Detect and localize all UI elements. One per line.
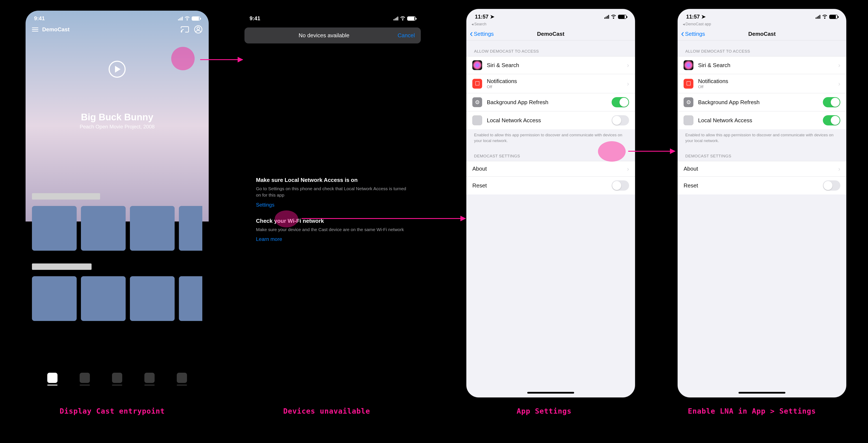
breadcrumb-back[interactable]: Search — [466, 22, 635, 28]
row-about[interactable]: About › — [466, 161, 635, 176]
background-refresh-toggle[interactable] — [823, 97, 840, 107]
profile-button[interactable] — [194, 25, 202, 33]
screen-app-settings-before: 11:57 ➤ Search Settings DemoCast ALLOW D… — [466, 8, 636, 398]
lna-footnote: Enabled to allow this app permission to … — [466, 129, 635, 145]
app-title: DemoCast — [42, 26, 70, 33]
row-siri-search[interactable]: Siri & Search › — [678, 56, 846, 74]
refresh-icon: ⚙ — [472, 97, 482, 107]
row-reset[interactable]: Reset — [678, 176, 846, 194]
wifi-icon — [184, 17, 190, 21]
open-settings-link[interactable]: Settings — [256, 202, 275, 208]
row-siri-search[interactable]: Siri & Search › — [466, 56, 635, 74]
cellular-icon — [178, 17, 183, 21]
row-about[interactable]: About › — [678, 161, 846, 176]
media-tile[interactable] — [32, 206, 77, 251]
lna-description: Go to Settings on this phone and check t… — [256, 186, 409, 198]
cast-devices-sheet-header: No devices available Cancel — [245, 28, 421, 43]
screen-democast-app: 9:41 DemoCast Big Buck Bunny Peach Open … — [26, 11, 209, 394]
back-button[interactable]: Settings — [470, 31, 494, 37]
section-header-access: ALLOW DEMOCAST TO ACCESS — [466, 40, 635, 56]
row-local-network-access[interactable]: Local Network Access — [678, 111, 846, 129]
caption-3: App Settings — [517, 407, 571, 415]
tab-4[interactable] — [144, 373, 155, 385]
sheet-body: Make sure Local Network Access is on Go … — [241, 154, 424, 255]
siri-icon — [472, 60, 482, 70]
page-title: DemoCast — [537, 31, 564, 37]
battery-icon — [618, 15, 626, 19]
row-notifications[interactable]: ☐ NotificationsOff › — [466, 74, 635, 93]
local-network-access-toggle[interactable] — [823, 115, 840, 125]
svg-point-2 — [197, 27, 200, 30]
section-header-access: ALLOW DEMOCAST TO ACCESS — [678, 40, 846, 56]
home-indicator[interactable] — [527, 392, 574, 393]
row-reset[interactable]: Reset — [466, 176, 635, 194]
chevron-right-icon: › — [627, 165, 629, 172]
caption-1: Display Cast entrypoint — [60, 407, 165, 415]
home-indicator[interactable] — [739, 392, 785, 393]
background-refresh-toggle[interactable] — [612, 97, 629, 107]
media-tile[interactable] — [32, 276, 77, 321]
reset-toggle[interactable] — [612, 180, 629, 191]
media-tile[interactable] — [130, 206, 175, 251]
battery-icon — [192, 17, 200, 21]
status-bar: 11:57 ➤ — [678, 9, 846, 22]
chevron-right-icon: › — [838, 165, 840, 172]
battery-icon — [829, 15, 838, 19]
media-tile[interactable] — [179, 276, 202, 321]
row-local-network-access[interactable]: Local Network Access — [466, 111, 635, 129]
status-bar: 9:41 — [241, 11, 424, 23]
row-background-refresh[interactable]: ⚙ Background App Refresh — [678, 93, 846, 111]
tab-3[interactable] — [111, 373, 123, 385]
cancel-button[interactable]: Cancel — [398, 32, 415, 39]
page-title: DemoCast — [748, 31, 776, 37]
refresh-icon: ⚙ — [684, 97, 693, 107]
svg-point-0 — [181, 32, 182, 32]
breadcrumb-back[interactable]: DemoCast app — [678, 22, 846, 28]
tab-1[interactable] — [46, 373, 58, 385]
caption-2: Devices unavailable — [283, 407, 370, 415]
lna-heading: Make sure Local Network Access is on — [256, 177, 409, 183]
play-button[interactable] — [108, 61, 126, 78]
media-tile[interactable] — [179, 206, 202, 251]
section-header-app: DEMOCAST SETTINGS — [678, 145, 846, 161]
nav-bar: Settings DemoCast — [466, 28, 635, 40]
row-background-refresh[interactable]: ⚙ Background App Refresh — [466, 93, 635, 111]
location-icon: ➤ — [490, 13, 494, 20]
status-bar: 9:41 — [26, 11, 209, 23]
screen-app-settings-after: 11:57 ➤ DemoCast app Settings DemoCast A… — [677, 8, 847, 398]
hamburger-menu-button[interactable] — [32, 28, 38, 32]
tab-5[interactable] — [176, 373, 188, 385]
learn-more-link[interactable]: Learn more — [256, 236, 282, 242]
tab-2[interactable] — [79, 373, 91, 385]
section-header-app: DEMOCAST SETTINGS — [466, 145, 635, 161]
siri-icon — [684, 60, 693, 70]
content-shelf-1 — [26, 193, 209, 251]
row-notifications[interactable]: ☐ NotificationsOff › — [678, 74, 846, 93]
cast-button[interactable] — [181, 26, 189, 33]
media-tile[interactable] — [81, 206, 126, 251]
wifi-icon — [400, 17, 405, 21]
shelf-heading-placeholder — [32, 193, 100, 199]
wifi-icon — [822, 15, 828, 19]
local-network-access-toggle[interactable] — [612, 115, 629, 125]
hero-video-card[interactable]: Big Buck Bunny Peach Open Movie Project,… — [26, 36, 209, 185]
media-tile[interactable] — [130, 276, 175, 321]
clock: 9:41 — [34, 15, 45, 22]
cellular-icon — [816, 15, 820, 19]
local-network-icon — [472, 116, 482, 125]
clock: 11:57 — [475, 13, 489, 20]
clock: 9:41 — [250, 15, 260, 22]
media-tile[interactable] — [81, 276, 126, 321]
reset-toggle[interactable] — [823, 180, 840, 191]
location-icon: ➤ — [701, 13, 706, 20]
cellular-icon — [394, 17, 398, 21]
screen-no-devices: 9:41 No devices available Cancel Make su… — [241, 11, 424, 394]
wifi-description: Make sure your device and the Cast devic… — [256, 226, 409, 233]
chevron-right-icon: › — [627, 80, 629, 87]
app-top-bar: DemoCast — [26, 23, 209, 36]
back-button[interactable]: Settings — [681, 31, 705, 37]
tab-bar — [26, 373, 209, 385]
caption-4: Enable LNA in App > Settings — [688, 407, 816, 415]
sheet-title: No devices available — [250, 32, 398, 39]
wifi-heading: Check your Wi-Fi network — [256, 218, 409, 224]
